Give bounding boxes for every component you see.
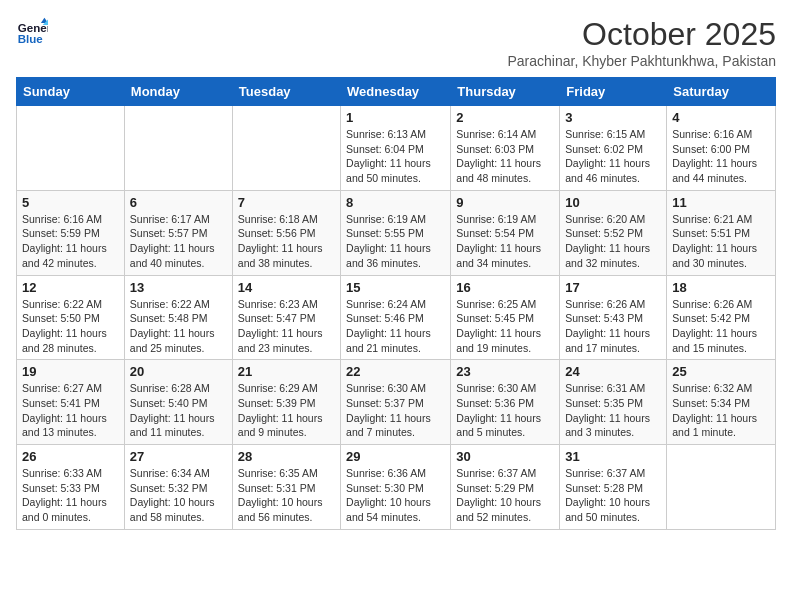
day-info: Sunrise: 6:33 AM Sunset: 5:33 PM Dayligh… [22, 466, 119, 525]
day-number: 24 [565, 364, 661, 379]
day-number: 15 [346, 280, 445, 295]
weekday-header-row: SundayMondayTuesdayWednesdayThursdayFrid… [17, 78, 776, 106]
week-row-2: 5Sunrise: 6:16 AM Sunset: 5:59 PM Daylig… [17, 190, 776, 275]
day-info: Sunrise: 6:31 AM Sunset: 5:35 PM Dayligh… [565, 381, 661, 440]
day-number: 23 [456, 364, 554, 379]
calendar-cell: 6Sunrise: 6:17 AM Sunset: 5:57 PM Daylig… [124, 190, 232, 275]
day-number: 20 [130, 364, 227, 379]
day-info: Sunrise: 6:26 AM Sunset: 5:42 PM Dayligh… [672, 297, 770, 356]
calendar-cell: 28Sunrise: 6:35 AM Sunset: 5:31 PM Dayli… [232, 445, 340, 530]
weekday-header-saturday: Saturday [667, 78, 776, 106]
day-number: 14 [238, 280, 335, 295]
month-title: October 2025 [508, 16, 777, 53]
calendar-cell: 22Sunrise: 6:30 AM Sunset: 5:37 PM Dayli… [341, 360, 451, 445]
day-info: Sunrise: 6:24 AM Sunset: 5:46 PM Dayligh… [346, 297, 445, 356]
day-number: 30 [456, 449, 554, 464]
day-info: Sunrise: 6:13 AM Sunset: 6:04 PM Dayligh… [346, 127, 445, 186]
day-number: 27 [130, 449, 227, 464]
weekday-header-wednesday: Wednesday [341, 78, 451, 106]
day-number: 29 [346, 449, 445, 464]
calendar-cell: 31Sunrise: 6:37 AM Sunset: 5:28 PM Dayli… [560, 445, 667, 530]
calendar-cell: 1Sunrise: 6:13 AM Sunset: 6:04 PM Daylig… [341, 106, 451, 191]
calendar-cell: 20Sunrise: 6:28 AM Sunset: 5:40 PM Dayli… [124, 360, 232, 445]
logo: General Blue [16, 16, 48, 48]
calendar-cell: 30Sunrise: 6:37 AM Sunset: 5:29 PM Dayli… [451, 445, 560, 530]
day-number: 1 [346, 110, 445, 125]
calendar-cell: 25Sunrise: 6:32 AM Sunset: 5:34 PM Dayli… [667, 360, 776, 445]
calendar-cell [667, 445, 776, 530]
day-number: 21 [238, 364, 335, 379]
calendar-cell: 15Sunrise: 6:24 AM Sunset: 5:46 PM Dayli… [341, 275, 451, 360]
day-number: 5 [22, 195, 119, 210]
day-info: Sunrise: 6:19 AM Sunset: 5:54 PM Dayligh… [456, 212, 554, 271]
day-info: Sunrise: 6:19 AM Sunset: 5:55 PM Dayligh… [346, 212, 445, 271]
calendar-cell: 23Sunrise: 6:30 AM Sunset: 5:36 PM Dayli… [451, 360, 560, 445]
day-number: 16 [456, 280, 554, 295]
day-number: 2 [456, 110, 554, 125]
calendar-cell: 5Sunrise: 6:16 AM Sunset: 5:59 PM Daylig… [17, 190, 125, 275]
day-info: Sunrise: 6:35 AM Sunset: 5:31 PM Dayligh… [238, 466, 335, 525]
day-number: 26 [22, 449, 119, 464]
weekday-header-friday: Friday [560, 78, 667, 106]
day-number: 12 [22, 280, 119, 295]
weekday-header-tuesday: Tuesday [232, 78, 340, 106]
day-info: Sunrise: 6:20 AM Sunset: 5:52 PM Dayligh… [565, 212, 661, 271]
weekday-header-sunday: Sunday [17, 78, 125, 106]
calendar-cell [17, 106, 125, 191]
day-info: Sunrise: 6:36 AM Sunset: 5:30 PM Dayligh… [346, 466, 445, 525]
weekday-header-thursday: Thursday [451, 78, 560, 106]
calendar-cell: 11Sunrise: 6:21 AM Sunset: 5:51 PM Dayli… [667, 190, 776, 275]
week-row-5: 26Sunrise: 6:33 AM Sunset: 5:33 PM Dayli… [17, 445, 776, 530]
day-number: 31 [565, 449, 661, 464]
calendar-cell: 10Sunrise: 6:20 AM Sunset: 5:52 PM Dayli… [560, 190, 667, 275]
day-info: Sunrise: 6:15 AM Sunset: 6:02 PM Dayligh… [565, 127, 661, 186]
day-number: 9 [456, 195, 554, 210]
calendar-cell: 17Sunrise: 6:26 AM Sunset: 5:43 PM Dayli… [560, 275, 667, 360]
calendar-cell: 9Sunrise: 6:19 AM Sunset: 5:54 PM Daylig… [451, 190, 560, 275]
calendar-table: SundayMondayTuesdayWednesdayThursdayFrid… [16, 77, 776, 530]
calendar-cell: 4Sunrise: 6:16 AM Sunset: 6:00 PM Daylig… [667, 106, 776, 191]
weekday-header-monday: Monday [124, 78, 232, 106]
location-title: Parachinar, Khyber Pakhtunkhwa, Pakistan [508, 53, 777, 69]
week-row-1: 1Sunrise: 6:13 AM Sunset: 6:04 PM Daylig… [17, 106, 776, 191]
day-number: 10 [565, 195, 661, 210]
day-number: 22 [346, 364, 445, 379]
page-header: General Blue October 2025 Parachinar, Kh… [16, 16, 776, 69]
day-number: 28 [238, 449, 335, 464]
day-info: Sunrise: 6:16 AM Sunset: 5:59 PM Dayligh… [22, 212, 119, 271]
calendar-cell [124, 106, 232, 191]
day-number: 19 [22, 364, 119, 379]
day-info: Sunrise: 6:29 AM Sunset: 5:39 PM Dayligh… [238, 381, 335, 440]
day-info: Sunrise: 6:28 AM Sunset: 5:40 PM Dayligh… [130, 381, 227, 440]
calendar-cell: 8Sunrise: 6:19 AM Sunset: 5:55 PM Daylig… [341, 190, 451, 275]
day-number: 17 [565, 280, 661, 295]
day-info: Sunrise: 6:18 AM Sunset: 5:56 PM Dayligh… [238, 212, 335, 271]
calendar-cell: 21Sunrise: 6:29 AM Sunset: 5:39 PM Dayli… [232, 360, 340, 445]
calendar-cell: 19Sunrise: 6:27 AM Sunset: 5:41 PM Dayli… [17, 360, 125, 445]
calendar-cell: 26Sunrise: 6:33 AM Sunset: 5:33 PM Dayli… [17, 445, 125, 530]
calendar-cell: 3Sunrise: 6:15 AM Sunset: 6:02 PM Daylig… [560, 106, 667, 191]
day-number: 18 [672, 280, 770, 295]
day-number: 13 [130, 280, 227, 295]
calendar-cell [232, 106, 340, 191]
day-info: Sunrise: 6:21 AM Sunset: 5:51 PM Dayligh… [672, 212, 770, 271]
day-number: 8 [346, 195, 445, 210]
day-info: Sunrise: 6:30 AM Sunset: 5:36 PM Dayligh… [456, 381, 554, 440]
day-info: Sunrise: 6:30 AM Sunset: 5:37 PM Dayligh… [346, 381, 445, 440]
day-info: Sunrise: 6:16 AM Sunset: 6:00 PM Dayligh… [672, 127, 770, 186]
day-number: 6 [130, 195, 227, 210]
calendar-cell: 16Sunrise: 6:25 AM Sunset: 5:45 PM Dayli… [451, 275, 560, 360]
day-number: 11 [672, 195, 770, 210]
day-info: Sunrise: 6:25 AM Sunset: 5:45 PM Dayligh… [456, 297, 554, 356]
calendar-cell: 24Sunrise: 6:31 AM Sunset: 5:35 PM Dayli… [560, 360, 667, 445]
day-number: 25 [672, 364, 770, 379]
calendar-cell: 13Sunrise: 6:22 AM Sunset: 5:48 PM Dayli… [124, 275, 232, 360]
svg-text:Blue: Blue [18, 33, 44, 45]
day-info: Sunrise: 6:34 AM Sunset: 5:32 PM Dayligh… [130, 466, 227, 525]
day-info: Sunrise: 6:26 AM Sunset: 5:43 PM Dayligh… [565, 297, 661, 356]
calendar-cell: 2Sunrise: 6:14 AM Sunset: 6:03 PM Daylig… [451, 106, 560, 191]
day-info: Sunrise: 6:14 AM Sunset: 6:03 PM Dayligh… [456, 127, 554, 186]
week-row-4: 19Sunrise: 6:27 AM Sunset: 5:41 PM Dayli… [17, 360, 776, 445]
day-info: Sunrise: 6:37 AM Sunset: 5:28 PM Dayligh… [565, 466, 661, 525]
day-info: Sunrise: 6:17 AM Sunset: 5:57 PM Dayligh… [130, 212, 227, 271]
